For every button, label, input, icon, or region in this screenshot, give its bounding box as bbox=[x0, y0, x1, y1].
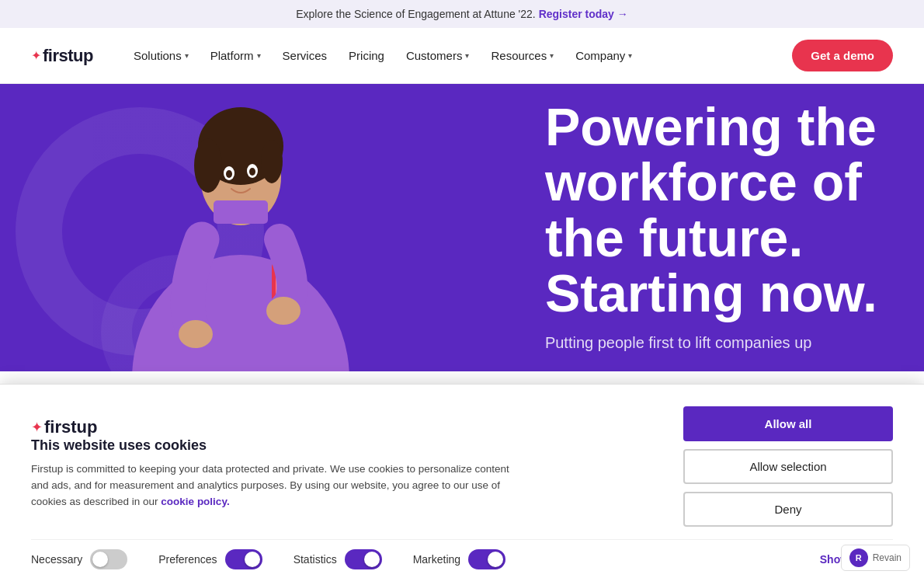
cookie-policy-link[interactable]: cookie policy. bbox=[161, 496, 229, 507]
deny-button[interactable]: Deny bbox=[683, 492, 893, 527]
toggle-necessary[interactable] bbox=[90, 549, 127, 569]
cookie-title: This website uses cookies bbox=[31, 437, 652, 454]
cookie-top-row: ✦ firstup This website uses cookies Firs… bbox=[31, 406, 893, 527]
toggle-thumb-necessary bbox=[92, 552, 108, 567]
nav-item-services[interactable]: Services bbox=[273, 43, 337, 68]
revain-label: Revain bbox=[873, 552, 901, 563]
svg-point-14 bbox=[266, 297, 300, 325]
person-illustration bbox=[116, 84, 365, 371]
toggle-label-necessary: Necessary bbox=[31, 553, 82, 566]
hero-person-image bbox=[93, 84, 388, 371]
nav-logo[interactable]: ✦ firstup bbox=[31, 46, 93, 66]
cookie-logo: ✦ firstup bbox=[31, 417, 652, 437]
hero-text-block: Powering the workforce of the future. St… bbox=[545, 99, 877, 352]
cookie-logo-text: firstup bbox=[44, 417, 97, 437]
svg-rect-6 bbox=[214, 200, 268, 224]
nav-item-platform[interactable]: Platform ▾ bbox=[201, 43, 270, 68]
hero-section: Powering the workforce of the future. St… bbox=[0, 84, 924, 371]
allow-all-button[interactable]: Allow all bbox=[683, 406, 893, 441]
logo-text: firstup bbox=[43, 46, 93, 66]
toggle-group-preferences: Preferences bbox=[158, 549, 262, 569]
svg-point-0 bbox=[132, 255, 349, 371]
nav-item-customers[interactable]: Customers ▾ bbox=[397, 43, 479, 68]
nav-item-solutions[interactable]: Solutions ▾ bbox=[124, 43, 198, 68]
banner-text: Explore the Science of Engagement at Att… bbox=[296, 8, 536, 20]
revain-badge: R Revain bbox=[841, 545, 910, 571]
svg-point-4 bbox=[194, 138, 222, 193]
svg-point-5 bbox=[261, 140, 283, 183]
logo-star-icon: ✦ bbox=[31, 50, 41, 62]
toggle-marketing[interactable] bbox=[468, 549, 505, 569]
toggle-group-marketing: Marketing bbox=[413, 549, 505, 569]
cookie-toggles-row: Necessary Preferences Statistics Marketi… bbox=[31, 539, 893, 569]
chevron-down-icon: ▾ bbox=[185, 51, 189, 60]
hero-headline: Powering the workforce of the future. St… bbox=[545, 99, 877, 322]
toggle-label-preferences: Preferences bbox=[158, 553, 217, 566]
toggle-thumb-marketing bbox=[488, 552, 503, 567]
nav-item-resources[interactable]: Resources ▾ bbox=[481, 43, 563, 68]
toggle-group-necessary: Necessary bbox=[31, 549, 127, 569]
cookie-content: ✦ firstup This website uses cookies Firs… bbox=[31, 406, 652, 510]
cookie-consent-modal: ✦ firstup This website uses cookies Firs… bbox=[0, 384, 924, 585]
chevron-down-icon: ▾ bbox=[628, 51, 632, 60]
main-nav: ✦ firstup Solutions ▾ Platform ▾ Service… bbox=[0, 28, 924, 84]
nav-item-pricing[interactable]: Pricing bbox=[339, 43, 394, 68]
get-demo-button[interactable]: Get a demo bbox=[792, 40, 893, 71]
chevron-down-icon: ▾ bbox=[465, 51, 469, 60]
nav-item-company[interactable]: Company ▾ bbox=[566, 43, 641, 68]
chevron-down-icon: ▾ bbox=[550, 51, 554, 60]
revain-icon: R bbox=[849, 548, 868, 567]
toggle-preferences[interactable] bbox=[225, 549, 262, 569]
toggle-label-statistics: Statistics bbox=[294, 553, 337, 566]
banner-link[interactable]: Register today → bbox=[539, 8, 628, 20]
svg-point-10 bbox=[249, 168, 255, 176]
toggle-thumb-preferences bbox=[245, 552, 260, 567]
cookie-buttons: Allow all Allow selection Deny bbox=[683, 406, 893, 527]
svg-point-9 bbox=[226, 170, 232, 178]
cookie-description: Firstup is committed to keeping your dat… bbox=[31, 461, 528, 510]
hero-subtext: Putting people first to lift companies u… bbox=[545, 334, 877, 352]
top-banner: Explore the Science of Engagement at Att… bbox=[0, 0, 924, 28]
chevron-down-icon: ▾ bbox=[257, 51, 261, 60]
cookie-logo-star-icon: ✦ bbox=[31, 420, 43, 434]
toggle-thumb-statistics bbox=[364, 552, 380, 567]
allow-selection-button[interactable]: Allow selection bbox=[683, 449, 893, 484]
toggle-statistics[interactable] bbox=[345, 549, 382, 569]
svg-point-13 bbox=[179, 320, 213, 348]
toggle-label-marketing: Marketing bbox=[413, 553, 460, 566]
nav-links: Solutions ▾ Platform ▾ Services Pricing … bbox=[124, 43, 792, 68]
toggle-group-statistics: Statistics bbox=[294, 549, 382, 569]
